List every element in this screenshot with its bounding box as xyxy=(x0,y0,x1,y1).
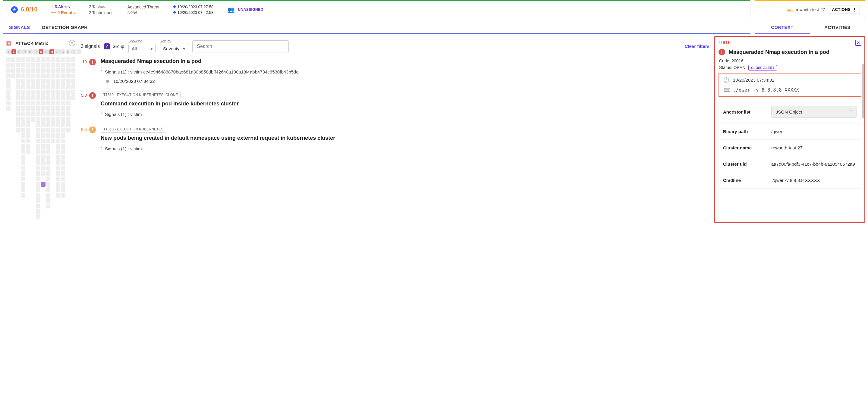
matrix-cell[interactable] xyxy=(41,111,45,116)
matrix-cell[interactable] xyxy=(46,182,51,187)
matrix-cell[interactable] xyxy=(36,182,40,187)
matrix-cell[interactable] xyxy=(36,214,40,219)
matrix-cell[interactable] xyxy=(61,187,65,192)
matrix-cell[interactable] xyxy=(61,106,65,111)
matrix-cell[interactable] xyxy=(16,128,21,133)
matrix-cell[interactable] xyxy=(61,171,65,176)
matrix-cell[interactable] xyxy=(36,193,40,198)
matrix-cell[interactable] xyxy=(41,122,45,127)
matrix-cell[interactable] xyxy=(71,84,76,89)
matrix-chip[interactable]: P xyxy=(28,49,33,54)
scrollbar[interactable] xyxy=(861,37,864,222)
matrix-cell[interactable] xyxy=(31,95,36,100)
matrix-cell[interactable] xyxy=(16,57,21,62)
matrix-cell[interactable] xyxy=(66,73,70,78)
matrix-cell[interactable] xyxy=(46,187,51,192)
matrix-cell[interactable] xyxy=(41,171,45,176)
matrix-cell[interactable] xyxy=(36,79,40,84)
matrix-cell[interactable] xyxy=(36,57,40,62)
matrix-chip[interactable]: P xyxy=(22,49,27,54)
matrix-cell[interactable] xyxy=(56,128,61,133)
matrix-cell[interactable] xyxy=(21,160,26,165)
matrix-cell[interactable] xyxy=(36,144,40,149)
matrix-cell[interactable] xyxy=(16,117,21,122)
matrix-cell[interactable] xyxy=(21,95,26,100)
matrix-cell[interactable] xyxy=(71,79,76,84)
signal-expand-row[interactable]: ˄Signals (1) : victim-ce4e946486870bae68… xyxy=(101,68,710,76)
assignee[interactable]: 👥 UNASSIGNED xyxy=(227,6,263,13)
matrix-cell[interactable] xyxy=(6,106,10,111)
aws-resource[interactable]: aws rewanth-test-27 xyxy=(787,7,825,12)
matrix-cell[interactable] xyxy=(66,90,70,95)
matrix-cell[interactable] xyxy=(56,182,61,187)
group-checkbox[interactable]: ✓ Group xyxy=(104,43,124,49)
matrix-cell[interactable] xyxy=(41,155,45,160)
matrix-cell[interactable] xyxy=(21,166,26,170)
matrix-cell[interactable] xyxy=(46,139,51,143)
matrix-cell[interactable] xyxy=(46,68,51,73)
matrix-cell[interactable] xyxy=(71,90,76,95)
matrix-cell[interactable] xyxy=(36,166,40,170)
matrix-cell[interactable] xyxy=(56,68,61,73)
matrix-chip[interactable]: D xyxy=(38,49,43,54)
matrix-cell[interactable] xyxy=(21,149,26,154)
matrix-cell[interactable] xyxy=(21,101,26,105)
matrix-cell[interactable] xyxy=(26,90,30,95)
tab-signals[interactable]: SIGNALS xyxy=(3,21,36,34)
matrix-cell[interactable] xyxy=(61,57,65,62)
matrix-cell[interactable] xyxy=(61,144,65,149)
matrix-cell[interactable] xyxy=(56,176,61,181)
matrix-cell[interactable] xyxy=(61,166,65,170)
matrix-cell[interactable] xyxy=(21,79,26,84)
matrix-cell[interactable] xyxy=(41,139,45,143)
matrix-cell[interactable] xyxy=(46,57,51,62)
matrix-cell[interactable] xyxy=(26,84,30,89)
matrix-cell[interactable] xyxy=(36,171,40,176)
matrix-cell[interactable] xyxy=(46,171,51,176)
matrix-cell[interactable] xyxy=(66,79,70,84)
matrix-cell[interactable] xyxy=(31,101,36,105)
matrix-cell[interactable] xyxy=(21,122,26,127)
matrix-cell[interactable] xyxy=(21,133,26,138)
matrix-cell[interactable] xyxy=(21,68,26,73)
matrix-cell[interactable] xyxy=(56,63,61,67)
matrix-cell[interactable] xyxy=(61,95,65,100)
matrix-cell[interactable] xyxy=(46,193,51,198)
matrix-cell[interactable] xyxy=(71,63,76,67)
matrix-cell[interactable] xyxy=(31,63,36,67)
matrix-cell[interactable] xyxy=(36,101,40,105)
matrix-cell[interactable] xyxy=(51,101,56,105)
matrix-cell[interactable] xyxy=(6,79,10,84)
matrix-cell[interactable] xyxy=(6,68,10,73)
matrix-cell[interactable] xyxy=(21,128,26,133)
matrix-cell[interactable] xyxy=(61,176,65,181)
matrix-cell[interactable] xyxy=(56,73,61,78)
matrix-cell[interactable] xyxy=(56,79,61,84)
matrix-cell[interactable] xyxy=(56,106,61,111)
matrix-cell[interactable] xyxy=(36,204,40,208)
matrix-cell[interactable] xyxy=(41,106,45,111)
matrix-cell[interactable] xyxy=(41,166,45,170)
matrix-cell[interactable] xyxy=(21,139,26,143)
matrix-cell[interactable] xyxy=(71,68,76,73)
matrix-cell[interactable] xyxy=(36,128,40,133)
matrix-cell[interactable] xyxy=(46,84,51,89)
matrix-cell[interactable] xyxy=(6,84,10,89)
matrix-cell[interactable] xyxy=(41,57,45,62)
matrix-cell[interactable] xyxy=(41,117,45,122)
matrix-cell[interactable] xyxy=(21,90,26,95)
matrix-cell[interactable] xyxy=(46,133,51,138)
matrix-cell[interactable] xyxy=(36,117,40,122)
tab-context[interactable]: CONTEXT xyxy=(755,21,810,34)
matrix-cell[interactable] xyxy=(51,73,56,78)
matrix-cell[interactable] xyxy=(51,111,56,116)
matrix-cell[interactable] xyxy=(16,111,21,116)
matrix-cell[interactable] xyxy=(61,63,65,67)
matrix-cell[interactable] xyxy=(31,111,36,116)
matrix-cell[interactable] xyxy=(51,106,56,111)
matrix-cell[interactable] xyxy=(66,101,70,105)
matrix-cell[interactable] xyxy=(51,90,56,95)
matrix-cell[interactable] xyxy=(36,139,40,143)
matrix-cell[interactable] xyxy=(26,79,30,84)
matrix-cell[interactable] xyxy=(16,79,21,84)
